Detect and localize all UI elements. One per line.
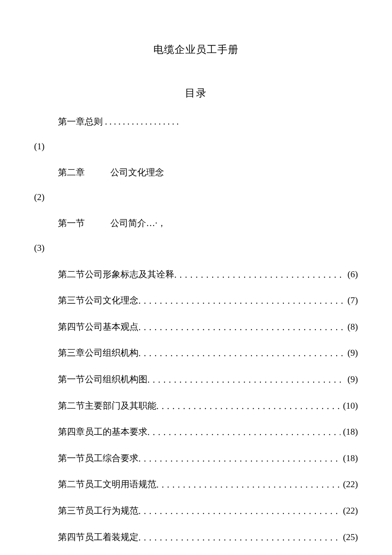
toc-entry-page: (22) (340, 477, 358, 492)
toc-entry: 第二节公司形象标志及其诠释 (6) (34, 267, 358, 282)
toc-head-line: 第一章总则 . . . . . . . . . . . . . . . . . (34, 115, 358, 129)
document-page: 电缆企业员工手册 目录 第一章总则 . . . . . . . . . . . … (0, 0, 392, 555)
toc-entry-label: 第二节员工文明用语规范 (58, 477, 156, 492)
toc-heading: 目录 (34, 86, 358, 100)
toc-entry-label: 第二节公司形象标志及其诠释 (58, 267, 174, 282)
toc-head-line: 第二章公司文化理念 (34, 166, 358, 180)
toc-entry-label: 第三节员工行为规范 (58, 504, 138, 518)
toc-dots (147, 425, 340, 439)
toc-entry-page: (9) (345, 346, 358, 360)
toc-entry: 第二节员工文明用语规范 (22) (34, 477, 358, 492)
toc-dots (174, 268, 345, 282)
toc-entry-page: (10) (340, 399, 358, 413)
toc-entry: 第三节公司文化理念 (7) (34, 293, 358, 308)
toc-dots (138, 452, 340, 466)
toc-dots (138, 294, 345, 308)
toc-entry-page: (9) (345, 372, 358, 387)
toc-entry: 第四节公司基本观点 (8) (34, 320, 358, 334)
toc-entry-page: (18) (340, 425, 358, 439)
toc-dots (156, 478, 340, 492)
toc-entry-page: (6) (345, 267, 358, 282)
toc-entry: 第一节员工综合要求 (18) (34, 451, 358, 466)
toc-head-number: (2) (34, 190, 358, 205)
toc-entry-label: 第三章公司组织机构 (58, 346, 138, 360)
toc-entry: 第三节员工行为规范 (22) (34, 504, 358, 518)
toc-dots (147, 373, 345, 387)
toc-head-label-part2: 公司文化理念 (110, 167, 164, 177)
toc-entry-page: (8) (345, 320, 358, 334)
toc-entry-label: 第四节员工着装规定 (58, 530, 138, 545)
toc-entry-label: 第四章员工的基本要求 (58, 425, 147, 439)
toc-entry-page: (7) (345, 293, 358, 308)
toc-dots (156, 399, 340, 413)
toc-head-suffix: . . . . . . . . . . . . . . . . . (103, 116, 179, 127)
toc-head-label: 第一章总则 (58, 116, 103, 127)
document-title: 电缆企业员工手册 (34, 43, 358, 56)
toc-entry-label: 第三节公司文化理念 (58, 293, 138, 308)
toc-dots (138, 320, 345, 334)
toc-head-label-part1: 第二章 (58, 167, 85, 177)
toc-head-number: (1) (34, 139, 358, 154)
toc-head-label-part1: 第一节 (58, 218, 85, 228)
toc-dots (138, 531, 340, 545)
toc-entry-label: 第四节公司基本观点 (58, 320, 138, 334)
toc-entry: 第四节员工着装规定 (25) (34, 530, 358, 545)
toc-dots (138, 504, 340, 518)
toc-entry-page: (22) (340, 504, 358, 518)
toc-entry: 第四章员工的基本要求 (18) (34, 425, 358, 439)
toc-entry: 第一节公司组织机构图 (9) (34, 372, 358, 387)
toc-entry-label: 第一节公司组织机构图 (58, 372, 147, 387)
toc-entry: 第三章公司组织机构 (9) (34, 346, 358, 360)
toc-entry-label: 第一节员工综合要求 (58, 451, 138, 466)
toc-head-number: (3) (34, 241, 358, 256)
toc-entry-label: 第二节主要部门及其职能 (58, 399, 156, 413)
toc-entry-page: (25) (340, 530, 358, 545)
toc-head-label-part2: 公司简介…·， (110, 218, 166, 228)
toc-dots (138, 346, 345, 360)
toc-head-line: 第一节公司简介…·， (34, 216, 358, 231)
toc-entry-page: (18) (340, 451, 358, 466)
toc-entry: 第二节主要部门及其职能 (10) (34, 399, 358, 413)
